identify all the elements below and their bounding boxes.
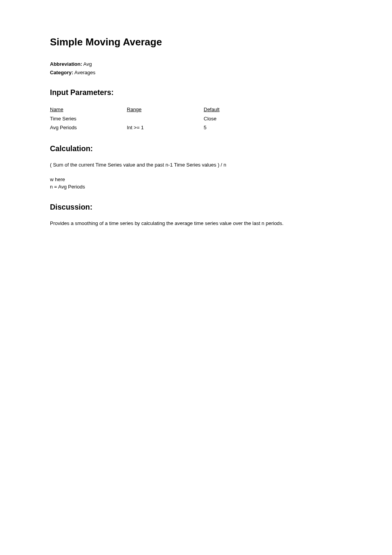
param-range: Int >= 1 — [127, 123, 204, 132]
table-header-default: Default — [204, 105, 242, 114]
param-default: 5 — [204, 123, 242, 132]
discussion-text: Provides a smoothing of a time series by… — [50, 220, 342, 227]
table-header-range: Range — [127, 105, 204, 114]
category-row: Category: Averages — [50, 69, 342, 77]
table-row: Time Series Close — [50, 114, 242, 123]
where-definition: n = Avg Periods — [50, 183, 342, 191]
discussion-heading: Discussion: — [50, 202, 342, 213]
category-label: Category: — [50, 70, 73, 75]
abbreviation-row: Abbreviation: Avg — [50, 60, 342, 68]
abbreviation-label: Abbreviation: — [50, 61, 82, 67]
doc-title: Simple Moving Average — [50, 35, 342, 50]
calculation-formula: ( Sum of the current Time Series value a… — [50, 161, 342, 169]
calculation-heading: Calculation: — [50, 143, 342, 154]
input-parameters-heading: Input Parameters: — [50, 87, 342, 98]
category-value: Averages — [75, 70, 96, 75]
table-header-name: Name — [50, 105, 127, 114]
abbreviation-value: Avg — [83, 61, 92, 67]
param-default: Close — [204, 114, 242, 123]
where-label: w here — [50, 176, 342, 183]
param-range — [127, 114, 204, 123]
input-parameters-table: Name Range Default Time Series Close Avg… — [50, 105, 242, 132]
param-name: Time Series — [50, 114, 127, 123]
table-row: Avg Periods Int >= 1 5 — [50, 123, 242, 132]
where-block: w here n = Avg Periods — [50, 176, 342, 191]
param-name: Avg Periods — [50, 123, 127, 132]
